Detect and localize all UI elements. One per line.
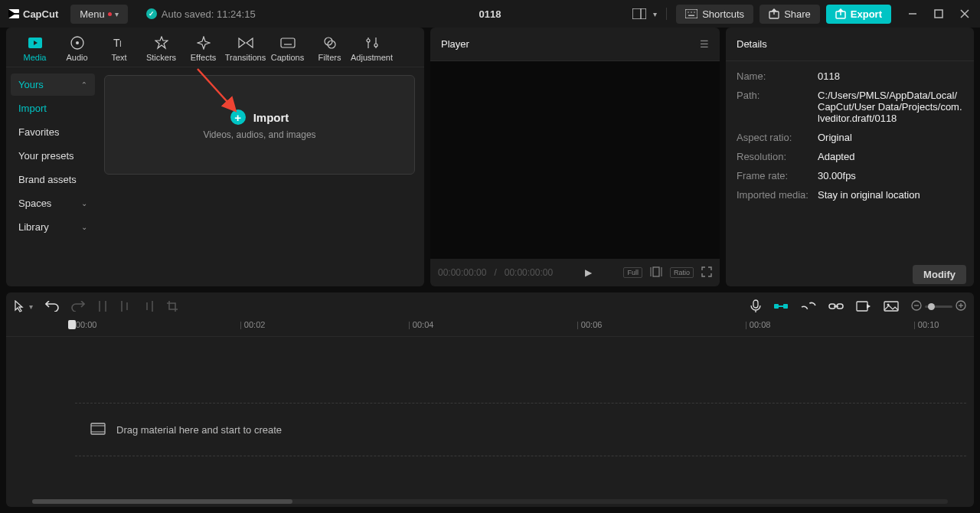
chevron-down-icon: ▾ <box>115 10 119 18</box>
timeline-tracks[interactable]: Drag material here and start to create <box>6 337 974 499</box>
chevron-down-icon: ⌄ <box>81 199 87 207</box>
asset-tabs: Media Audio TI Text Stickers Effects Tra… <box>6 28 424 67</box>
tab-filters[interactable]: Filters <box>309 32 351 67</box>
import-title: Import <box>253 111 289 124</box>
timeline-panel: ▾ |00:00 |00:02 |00:04 |00:06 |00:08 |00… <box>6 292 974 507</box>
snap-icon[interactable] <box>801 302 816 311</box>
playhead-handle[interactable] <box>68 320 76 329</box>
sidebar-item-spaces[interactable]: Spaces⌄ <box>11 192 95 214</box>
filters-icon <box>322 35 338 51</box>
pointer-tool-icon[interactable] <box>14 300 24 312</box>
check-icon: ✓ <box>146 8 157 19</box>
zoom-out-icon[interactable] <box>911 300 922 313</box>
player-controls: 00:00:00:00 / 00:00:00:00 ▶ Full Ratio <box>430 259 720 286</box>
tab-label: Text <box>111 53 126 62</box>
svg-point-6 <box>688 11 689 13</box>
media-sidebar: Yours⌄ Import Favorites Your presets Bra… <box>6 67 100 286</box>
label-name: Name: <box>737 70 818 82</box>
svg-rect-46 <box>783 304 788 309</box>
timeline-ruler[interactable]: |00:00 |00:02 |00:04 |00:06 |00:08 |00:1… <box>6 320 974 337</box>
timeline-scrollbar[interactable] <box>32 499 948 504</box>
text-icon: TI <box>112 35 127 51</box>
hamburger-icon[interactable]: ☰ <box>700 38 709 50</box>
transitions-icon <box>238 35 253 51</box>
fullscreen-icon[interactable] <box>701 266 712 279</box>
ratio-button[interactable]: Ratio <box>670 267 694 278</box>
sidebar-item-library[interactable]: Library⌄ <box>11 216 95 238</box>
split-left-icon[interactable] <box>120 300 131 312</box>
zoom-controls <box>911 300 966 313</box>
preview-icon[interactable] <box>856 301 871 312</box>
tab-adjustment[interactable]: Adjustment <box>351 32 393 67</box>
tab-text[interactable]: TI Text <box>98 32 140 67</box>
link-icon[interactable] <box>828 302 844 310</box>
sidebar-item-presets[interactable]: Your presets <box>11 145 95 167</box>
tab-stickers[interactable]: Stickers <box>140 32 182 67</box>
share-label: Share <box>784 8 811 20</box>
label-imported: Imported media: <box>737 189 818 201</box>
shortcuts-button[interactable]: Shortcuts <box>676 5 753 24</box>
media-icon <box>28 35 43 51</box>
capcut-icon <box>8 8 20 20</box>
value-imported: Stay in original location <box>818 189 963 201</box>
minimize-icon[interactable] <box>905 6 920 21</box>
chevron-down-icon[interactable]: ▾ <box>29 302 33 311</box>
tab-transitions[interactable]: Transitions <box>224 32 266 67</box>
value-aspect: Original <box>818 132 963 143</box>
zoom-thumb[interactable] <box>928 303 935 310</box>
menu-label: Menu <box>80 8 105 20</box>
svg-rect-35 <box>653 267 659 276</box>
filmstrip-icon <box>90 423 106 437</box>
svg-marker-22 <box>155 37 168 48</box>
svg-point-28 <box>328 41 335 48</box>
svg-point-30 <box>367 39 370 42</box>
cover-icon[interactable] <box>884 301 899 312</box>
project-title: 0118 <box>479 8 501 20</box>
split-icon[interactable] <box>97 300 108 312</box>
ruler-tick: 00:02 <box>244 320 266 329</box>
zoom-slider[interactable] <box>925 306 952 308</box>
share-button[interactable]: Share <box>760 5 820 24</box>
export-button[interactable]: Export <box>826 5 891 24</box>
window-controls <box>905 6 972 21</box>
import-area: + Import Videos, audios, and images <box>100 67 424 286</box>
value-framerate: 30.00fps <box>818 170 963 181</box>
tab-label: Transitions <box>225 53 266 62</box>
ruler-tick: 00:10 <box>918 320 939 329</box>
zoom-in-icon[interactable] <box>956 300 966 313</box>
tab-captions[interactable]: Captions <box>266 32 309 67</box>
sidebar-item-favorites[interactable]: Favorites <box>11 121 95 143</box>
tab-audio[interactable]: Audio <box>56 32 98 67</box>
play-icon[interactable]: ▶ <box>585 267 592 278</box>
value-resolution: Adapted <box>818 151 963 162</box>
scrollbar-thumb[interactable] <box>32 499 292 504</box>
ruler-tick: 00:00 <box>76 320 97 329</box>
player-header: Player ☰ <box>430 28 720 61</box>
mic-icon[interactable] <box>750 299 761 313</box>
split-right-icon[interactable] <box>143 300 154 312</box>
redo-icon[interactable] <box>71 301 85 312</box>
compare-icon[interactable] <box>650 266 662 279</box>
sidebar-item-yours[interactable]: Yours⌄ <box>11 74 95 96</box>
full-button[interactable]: Full <box>623 267 642 278</box>
magnet-main-icon[interactable] <box>773 301 789 312</box>
share-icon <box>769 8 779 19</box>
sidebar-item-import[interactable]: Import <box>11 97 95 119</box>
svg-point-32 <box>374 44 377 47</box>
adjustment-icon <box>364 35 380 51</box>
layout-icon[interactable] <box>632 6 647 21</box>
crop-icon[interactable] <box>166 300 178 312</box>
tab-media[interactable]: Media <box>14 32 56 67</box>
modify-button[interactable]: Modify <box>913 265 966 284</box>
svg-rect-44 <box>753 300 758 308</box>
sidebar-item-label: Favorites <box>18 126 59 138</box>
sidebar-item-brand[interactable]: Brand assets <box>11 168 95 191</box>
chevron-down-icon[interactable]: ▾ <box>653 10 657 18</box>
undo-icon[interactable] <box>45 301 59 312</box>
tab-effects[interactable]: Effects <box>182 32 224 67</box>
title-bar: CapCut Menu ▾ ✓ Auto saved: 11:24:15 011… <box>0 0 980 28</box>
menu-button[interactable]: Menu ▾ <box>70 5 128 24</box>
close-icon[interactable] <box>957 6 972 21</box>
import-dropzone[interactable]: + Import Videos, audios, and images <box>104 75 415 175</box>
maximize-icon[interactable] <box>931 6 946 21</box>
